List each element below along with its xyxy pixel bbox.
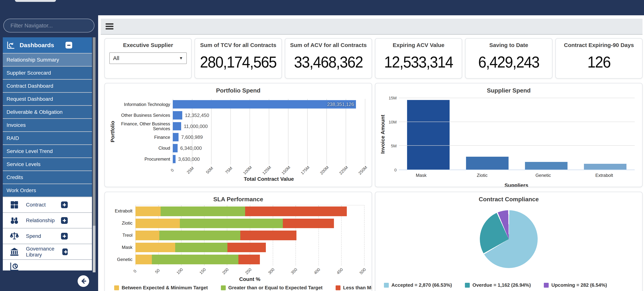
sla-segment[interactable]	[152, 254, 238, 264]
legend-item[interactable]: Between Expected & Minimum Target	[114, 285, 208, 291]
sidebar-footer	[0, 272, 98, 291]
scales-icon	[10, 231, 19, 241]
legend-item[interactable]: Accepted = 2,870 (66.53%)	[384, 282, 452, 288]
sidebar-section-label: Dashboards	[20, 42, 66, 49]
sidebar-module-partial[interactable]	[3, 259, 92, 270]
sla-segment[interactable]	[136, 230, 159, 240]
portfolio-bar[interactable]: 238,351,126	[173, 100, 356, 108]
portfolio-spend-card: Portfolio Spend Portfolio Information Te…	[104, 83, 372, 187]
x-tick-label: 100	[176, 267, 184, 275]
collapse-sidebar-button[interactable]	[78, 275, 89, 287]
sla-segment[interactable]	[159, 230, 240, 240]
supplier-bar-extrabolt[interactable]	[584, 164, 626, 170]
sidebar-item-deliverable-obligation[interactable]: Deliverable & Obligation	[3, 105, 92, 118]
kpi-value: 126	[556, 53, 642, 71]
legend-item[interactable]: Greater than or Equal to Expected Target	[221, 285, 322, 291]
sidebar-item-supplier-scorecard[interactable]: Supplier Scorecard	[3, 66, 92, 79]
sidebar-section-dashboards[interactable]: Dashboards	[3, 37, 92, 53]
supplier-bar-ziotic[interactable]	[466, 157, 508, 170]
portfolio-bar[interactable]	[173, 122, 181, 130]
sla-segment[interactable]	[175, 243, 228, 252]
sidebar-item-request-dashboard[interactable]: Request Dashboard	[3, 92, 92, 105]
bar-row: 7,600,989	[173, 132, 365, 143]
category-label: Treol	[108, 229, 136, 242]
legend-item[interactable]: Less than Minimum Target	[336, 285, 372, 291]
expand-section-icon[interactable]	[61, 202, 68, 208]
supplier-bar-genetic[interactable]	[525, 162, 568, 170]
scrollbar-thumb[interactable]	[93, 37, 96, 226]
portfolio-bar[interactable]	[173, 133, 178, 142]
expand-section-icon[interactable]	[61, 217, 68, 224]
sidebar-item-invoices[interactable]: Invoices	[3, 118, 92, 131]
sla-segment[interactable]	[283, 218, 334, 228]
legend-item[interactable]: Upcoming = 282 (6.54%)	[544, 282, 607, 288]
sidebar-module-relationship[interactable]: Relationship	[3, 212, 92, 228]
portfolio-bar[interactable]	[173, 144, 178, 152]
category-label: Ziotic	[452, 173, 513, 178]
bar-slot	[458, 98, 517, 170]
chart-title: SLA Performance	[105, 196, 372, 203]
sidebar-item-service-level-trend[interactable]: Service Level Trend	[3, 144, 92, 158]
y-tick-label: 10M	[388, 120, 396, 124]
category-label: Extrabolt	[574, 173, 635, 178]
kpi-card-saving: Saving to Date 6,429,243	[465, 38, 552, 78]
bar-row: 11,000,000	[173, 121, 365, 132]
sla-segment[interactable]	[228, 243, 266, 252]
sla-segment[interactable]	[240, 230, 297, 240]
kpi-value: 6,429,243	[466, 53, 552, 71]
expand-section-icon[interactable]	[61, 233, 68, 240]
x-axis-label: Total Contract Value	[166, 176, 372, 182]
collapse-section-icon[interactable]	[66, 42, 72, 48]
sidebar-item-service-levels[interactable]: Service Levels	[3, 158, 92, 170]
menu-hamburger-icon[interactable]	[106, 23, 114, 30]
sidebar-module-spend[interactable]: Spend	[3, 228, 92, 244]
sidebar-item-contract-dashboard[interactable]: Contract Dashboard	[3, 79, 92, 92]
portfolio-plot: 238,351,12612,352,45011,000,0007,600,989…	[173, 99, 365, 164]
bar-value-label: 6,340,000	[180, 145, 202, 151]
y-tick-label: 15M	[388, 96, 396, 100]
executive-supplier-select[interactable]: All ▼	[109, 52, 187, 64]
portfolio-bar[interactable]	[173, 111, 182, 120]
sla-segment[interactable]	[180, 218, 283, 228]
sla-segment[interactable]	[136, 218, 180, 228]
sidebar-module-contract[interactable]: Contract	[3, 196, 92, 212]
bar-value-label: 3,630,000	[178, 156, 200, 162]
portfolio-bar[interactable]	[173, 155, 176, 163]
x-tick-label: 150M	[280, 165, 291, 176]
sla-segment[interactable]	[136, 243, 175, 252]
contract-compliance-pie[interactable]	[480, 210, 538, 268]
gridline	[365, 99, 365, 164]
sidebar-scrollbar[interactable]	[93, 37, 96, 272]
legend-item[interactable]: Overdue = 1,162 (26.94%)	[465, 282, 531, 288]
filter-navigator-input[interactable]	[3, 19, 94, 32]
sidebar-item-work-orders[interactable]: Work Orders	[3, 184, 92, 196]
category-label: Other Business Services	[117, 110, 173, 121]
sla-segment[interactable]	[245, 206, 347, 216]
category-label: Ziotic	[108, 217, 136, 229]
chart-title: Contract Compliance	[375, 196, 642, 203]
sidebar-item-label: Relationship Summary	[6, 57, 59, 63]
kpi-value: 33,468,362	[285, 53, 372, 71]
category-label: Information Technology	[117, 99, 173, 110]
sidebar-item-raid[interactable]: RAID	[3, 131, 92, 144]
sidebar-module-governance-library[interactable]: Governance Library	[3, 244, 92, 259]
sla-segment[interactable]	[136, 206, 161, 216]
stacked-bar-row	[136, 254, 364, 266]
sidebar-item-credits[interactable]: Credits	[3, 170, 92, 184]
category-label: Procurement	[117, 154, 173, 164]
left-arrow-icon	[80, 278, 87, 285]
supplier-bar-mask[interactable]	[407, 100, 450, 170]
x-axis-label: Suppliers	[391, 182, 642, 187]
sla-segment[interactable]	[238, 254, 260, 264]
executive-supplier-card: Executive Supplier All ▼	[104, 38, 192, 78]
bar-row: 3,630,000	[173, 154, 365, 164]
top-edge-artifact	[15, 0, 56, 2]
executive-supplier-title: Executive Supplier	[105, 42, 191, 48]
sidebar-item-relationship-summary[interactable]: Relationship Summary	[3, 53, 92, 66]
x-tick-label: 250M	[358, 165, 368, 176]
sla-segment[interactable]	[136, 254, 152, 264]
y-tick-label: 0	[394, 168, 396, 172]
sla-segment[interactable]	[161, 206, 245, 216]
expand-section-icon[interactable]	[62, 248, 68, 255]
stacked-bar-row	[136, 217, 364, 229]
